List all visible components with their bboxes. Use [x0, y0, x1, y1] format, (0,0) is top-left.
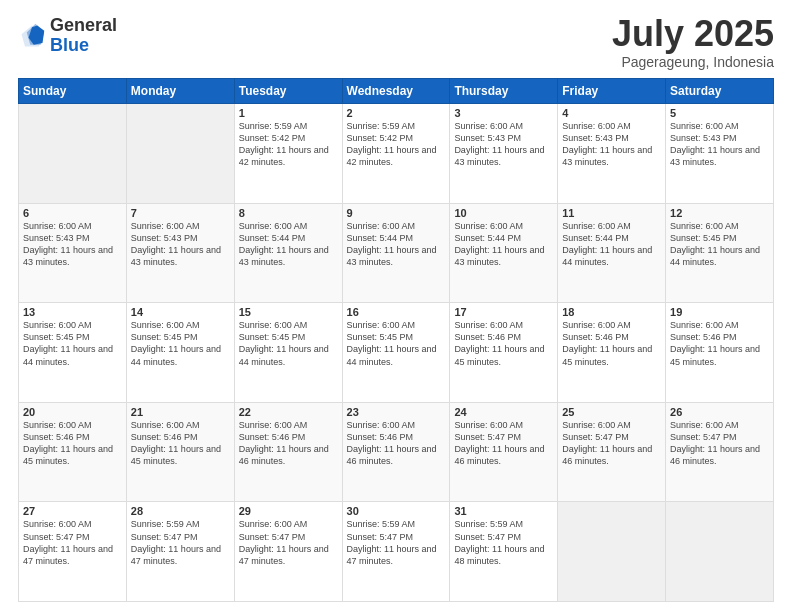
logo-icon — [18, 22, 46, 50]
calendar-cell: 9Sunrise: 6:00 AM Sunset: 5:44 PM Daylig… — [342, 203, 450, 303]
day-info: Sunrise: 6:00 AM Sunset: 5:46 PM Dayligh… — [347, 419, 446, 468]
day-info: Sunrise: 6:00 AM Sunset: 5:44 PM Dayligh… — [454, 220, 553, 269]
calendar-cell: 3Sunrise: 6:00 AM Sunset: 5:43 PM Daylig… — [450, 104, 558, 204]
day-info: Sunrise: 6:00 AM Sunset: 5:46 PM Dayligh… — [562, 319, 661, 368]
day-info: Sunrise: 5:59 AM Sunset: 5:47 PM Dayligh… — [131, 518, 230, 567]
logo: General Blue — [18, 16, 117, 56]
header: General Blue July 2025 Pagerageung, Indo… — [18, 16, 774, 70]
calendar-cell — [558, 502, 666, 602]
logo-blue: Blue — [50, 35, 89, 55]
weekday-header: Friday — [558, 79, 666, 104]
day-number: 21 — [131, 406, 230, 418]
page: General Blue July 2025 Pagerageung, Indo… — [0, 0, 792, 612]
calendar-cell: 31Sunrise: 5:59 AM Sunset: 5:47 PM Dayli… — [450, 502, 558, 602]
day-info: Sunrise: 6:00 AM Sunset: 5:46 PM Dayligh… — [239, 419, 338, 468]
calendar-cell: 5Sunrise: 6:00 AM Sunset: 5:43 PM Daylig… — [666, 104, 774, 204]
calendar-header-row: SundayMondayTuesdayWednesdayThursdayFrid… — [19, 79, 774, 104]
day-number: 17 — [454, 306, 553, 318]
calendar-cell: 23Sunrise: 6:00 AM Sunset: 5:46 PM Dayli… — [342, 402, 450, 502]
calendar-cell: 13Sunrise: 6:00 AM Sunset: 5:45 PM Dayli… — [19, 303, 127, 403]
day-info: Sunrise: 6:00 AM Sunset: 5:45 PM Dayligh… — [347, 319, 446, 368]
day-number: 7 — [131, 207, 230, 219]
day-info: Sunrise: 6:00 AM Sunset: 5:46 PM Dayligh… — [131, 419, 230, 468]
day-info: Sunrise: 6:00 AM Sunset: 5:44 PM Dayligh… — [347, 220, 446, 269]
calendar-cell: 2Sunrise: 5:59 AM Sunset: 5:42 PM Daylig… — [342, 104, 450, 204]
calendar-cell: 29Sunrise: 6:00 AM Sunset: 5:47 PM Dayli… — [234, 502, 342, 602]
day-info: Sunrise: 6:00 AM Sunset: 5:47 PM Dayligh… — [670, 419, 769, 468]
calendar-cell: 17Sunrise: 6:00 AM Sunset: 5:46 PM Dayli… — [450, 303, 558, 403]
day-info: Sunrise: 6:00 AM Sunset: 5:47 PM Dayligh… — [562, 419, 661, 468]
day-number: 27 — [23, 505, 122, 517]
day-number: 6 — [23, 207, 122, 219]
calendar-cell: 8Sunrise: 6:00 AM Sunset: 5:44 PM Daylig… — [234, 203, 342, 303]
day-info: Sunrise: 6:00 AM Sunset: 5:43 PM Dayligh… — [454, 120, 553, 169]
calendar-cell: 28Sunrise: 5:59 AM Sunset: 5:47 PM Dayli… — [126, 502, 234, 602]
day-number: 25 — [562, 406, 661, 418]
day-info: Sunrise: 5:59 AM Sunset: 5:47 PM Dayligh… — [347, 518, 446, 567]
calendar-cell — [666, 502, 774, 602]
logo-general: General — [50, 15, 117, 35]
day-info: Sunrise: 6:00 AM Sunset: 5:44 PM Dayligh… — [562, 220, 661, 269]
day-info: Sunrise: 6:00 AM Sunset: 5:45 PM Dayligh… — [131, 319, 230, 368]
day-number: 19 — [670, 306, 769, 318]
weekday-header: Tuesday — [234, 79, 342, 104]
title-block: July 2025 Pagerageung, Indonesia — [612, 16, 774, 70]
calendar-cell: 4Sunrise: 6:00 AM Sunset: 5:43 PM Daylig… — [558, 104, 666, 204]
day-number: 28 — [131, 505, 230, 517]
day-info: Sunrise: 6:00 AM Sunset: 5:47 PM Dayligh… — [23, 518, 122, 567]
day-info: Sunrise: 6:00 AM Sunset: 5:43 PM Dayligh… — [670, 120, 769, 169]
calendar-cell: 15Sunrise: 6:00 AM Sunset: 5:45 PM Dayli… — [234, 303, 342, 403]
month-title: July 2025 — [612, 16, 774, 52]
day-number: 31 — [454, 505, 553, 517]
day-number: 12 — [670, 207, 769, 219]
calendar-week-row: 13Sunrise: 6:00 AM Sunset: 5:45 PM Dayli… — [19, 303, 774, 403]
calendar-week-row: 6Sunrise: 6:00 AM Sunset: 5:43 PM Daylig… — [19, 203, 774, 303]
day-info: Sunrise: 5:59 AM Sunset: 5:47 PM Dayligh… — [454, 518, 553, 567]
weekday-header: Thursday — [450, 79, 558, 104]
day-number: 29 — [239, 505, 338, 517]
day-info: Sunrise: 6:00 AM Sunset: 5:45 PM Dayligh… — [23, 319, 122, 368]
day-number: 26 — [670, 406, 769, 418]
calendar-cell: 7Sunrise: 6:00 AM Sunset: 5:43 PM Daylig… — [126, 203, 234, 303]
logo-text: General Blue — [50, 16, 117, 56]
day-number: 10 — [454, 207, 553, 219]
day-info: Sunrise: 5:59 AM Sunset: 5:42 PM Dayligh… — [239, 120, 338, 169]
day-number: 20 — [23, 406, 122, 418]
day-number: 15 — [239, 306, 338, 318]
calendar-cell: 22Sunrise: 6:00 AM Sunset: 5:46 PM Dayli… — [234, 402, 342, 502]
calendar-cell — [126, 104, 234, 204]
day-info: Sunrise: 6:00 AM Sunset: 5:46 PM Dayligh… — [23, 419, 122, 468]
day-info: Sunrise: 6:00 AM Sunset: 5:43 PM Dayligh… — [562, 120, 661, 169]
day-number: 5 — [670, 107, 769, 119]
calendar-week-row: 20Sunrise: 6:00 AM Sunset: 5:46 PM Dayli… — [19, 402, 774, 502]
day-info: Sunrise: 6:00 AM Sunset: 5:46 PM Dayligh… — [454, 319, 553, 368]
day-number: 3 — [454, 107, 553, 119]
calendar-cell: 20Sunrise: 6:00 AM Sunset: 5:46 PM Dayli… — [19, 402, 127, 502]
weekday-header: Saturday — [666, 79, 774, 104]
calendar-cell: 27Sunrise: 6:00 AM Sunset: 5:47 PM Dayli… — [19, 502, 127, 602]
calendar-table: SundayMondayTuesdayWednesdayThursdayFrid… — [18, 78, 774, 602]
day-number: 18 — [562, 306, 661, 318]
day-info: Sunrise: 6:00 AM Sunset: 5:47 PM Dayligh… — [454, 419, 553, 468]
day-info: Sunrise: 6:00 AM Sunset: 5:45 PM Dayligh… — [239, 319, 338, 368]
calendar-week-row: 1Sunrise: 5:59 AM Sunset: 5:42 PM Daylig… — [19, 104, 774, 204]
day-number: 4 — [562, 107, 661, 119]
calendar-cell — [19, 104, 127, 204]
day-number: 13 — [23, 306, 122, 318]
day-info: Sunrise: 6:00 AM Sunset: 5:45 PM Dayligh… — [670, 220, 769, 269]
day-info: Sunrise: 6:00 AM Sunset: 5:43 PM Dayligh… — [23, 220, 122, 269]
day-number: 9 — [347, 207, 446, 219]
calendar-cell: 25Sunrise: 6:00 AM Sunset: 5:47 PM Dayli… — [558, 402, 666, 502]
weekday-header: Monday — [126, 79, 234, 104]
day-number: 2 — [347, 107, 446, 119]
day-number: 23 — [347, 406, 446, 418]
weekday-header: Wednesday — [342, 79, 450, 104]
day-number: 14 — [131, 306, 230, 318]
calendar-cell: 14Sunrise: 6:00 AM Sunset: 5:45 PM Dayli… — [126, 303, 234, 403]
weekday-header: Sunday — [19, 79, 127, 104]
day-info: Sunrise: 6:00 AM Sunset: 5:47 PM Dayligh… — [239, 518, 338, 567]
day-info: Sunrise: 5:59 AM Sunset: 5:42 PM Dayligh… — [347, 120, 446, 169]
calendar-cell: 12Sunrise: 6:00 AM Sunset: 5:45 PM Dayli… — [666, 203, 774, 303]
day-number: 30 — [347, 505, 446, 517]
day-number: 24 — [454, 406, 553, 418]
